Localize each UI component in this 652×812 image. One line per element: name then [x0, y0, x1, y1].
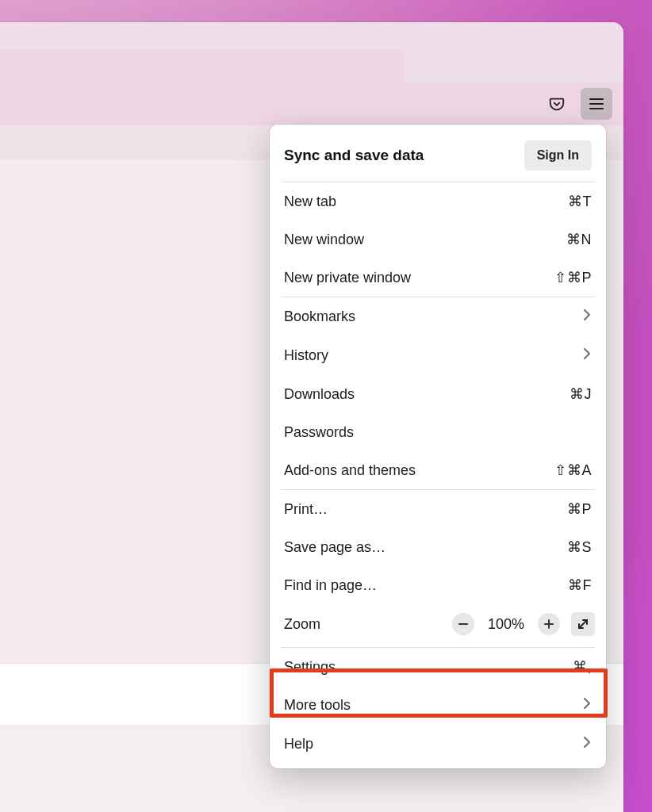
menu-sync-header: Sync and save data Sign In [270, 131, 606, 182]
menu-item-shortcut: ⌘J [570, 385, 592, 403]
menu-item-zoom: Zoom 100% [270, 604, 606, 647]
menu-item-label: Zoom [284, 616, 320, 633]
menu-item-label: Print… [284, 501, 328, 518]
menu-item-settings[interactable]: Settings ⌘, [270, 648, 606, 686]
minus-icon [458, 619, 468, 629]
menu-item-shortcut: ⌘, [573, 658, 592, 676]
zoom-in-button[interactable] [538, 613, 560, 635]
menu-item-help[interactable]: Help [270, 725, 606, 764]
app-menu-button[interactable] [581, 88, 612, 120]
app-menu: Sync and save data Sign In New tab ⌘T Ne… [270, 124, 606, 768]
menu-item-label: New tab [284, 193, 336, 210]
desktop-background: Sync and save data Sign In New tab ⌘T Ne… [0, 0, 652, 812]
browser-toolbar [0, 82, 623, 125]
menu-item-shortcut: ⌘N [566, 231, 592, 248]
chevron-right-icon [582, 347, 592, 365]
menu-item-addons[interactable]: Add-ons and themes ⇧⌘A [270, 451, 606, 489]
chevron-right-icon [582, 735, 592, 753]
menu-item-save-page[interactable]: Save page as… ⌘S [270, 528, 606, 566]
pocket-button[interactable] [541, 88, 573, 120]
menu-item-downloads[interactable]: Downloads ⌘J [270, 375, 606, 413]
menu-item-more-tools[interactable]: More tools [270, 686, 606, 725]
menu-item-label: Save page as… [284, 539, 385, 556]
menu-item-label: Add-ons and themes [284, 462, 416, 479]
menu-item-shortcut: ⌘F [568, 576, 592, 594]
menu-item-label: New window [284, 232, 364, 248]
pocket-icon [548, 95, 566, 113]
hamburger-icon [589, 97, 604, 111]
menu-item-label: New private window [284, 270, 411, 286]
menu-item-label: Find in page… [284, 577, 377, 594]
menu-item-label: Settings [284, 659, 336, 676]
zoom-controls: 100% [452, 612, 595, 636]
menu-item-label: History [284, 347, 328, 364]
menu-item-shortcut: ⇧⌘P [554, 269, 592, 286]
zoom-out-button[interactable] [452, 613, 474, 635]
fullscreen-icon [577, 618, 589, 630]
menu-item-label: Help [284, 736, 313, 753]
svg-line-6 [579, 620, 587, 628]
menu-item-label: More tools [284, 697, 351, 714]
menu-item-label: Bookmarks [284, 308, 355, 325]
menu-item-new-window[interactable]: New window ⌘N [270, 220, 606, 259]
menu-item-print[interactable]: Print… ⌘P [270, 490, 606, 528]
menu-item-shortcut: ⌘T [568, 193, 592, 210]
zoom-value: 100% [485, 616, 527, 633]
chevron-right-icon [582, 696, 592, 714]
menu-item-bookmarks[interactable]: Bookmarks [270, 297, 606, 336]
menu-item-shortcut: ⇧⌘A [554, 462, 592, 479]
sync-title: Sync and save data [284, 147, 424, 164]
menu-item-shortcut: ⌘P [567, 500, 592, 518]
menu-item-passwords[interactable]: Passwords [270, 413, 606, 451]
menu-item-new-tab[interactable]: New tab ⌘T [270, 182, 606, 220]
sign-in-button[interactable]: Sign In [524, 140, 592, 170]
active-tab[interactable] [0, 49, 405, 82]
chevron-right-icon [582, 308, 592, 326]
menu-item-find[interactable]: Find in page… ⌘F [270, 566, 606, 604]
menu-item-label: Passwords [284, 424, 354, 441]
menu-item-new-private-window[interactable]: New private window ⇧⌘P [270, 259, 606, 297]
fullscreen-button[interactable] [571, 612, 595, 636]
plus-icon [544, 619, 554, 629]
tab-strip [0, 22, 623, 82]
menu-item-shortcut: ⌘S [567, 538, 592, 556]
menu-item-history[interactable]: History [270, 336, 606, 375]
menu-item-label: Downloads [284, 386, 355, 403]
